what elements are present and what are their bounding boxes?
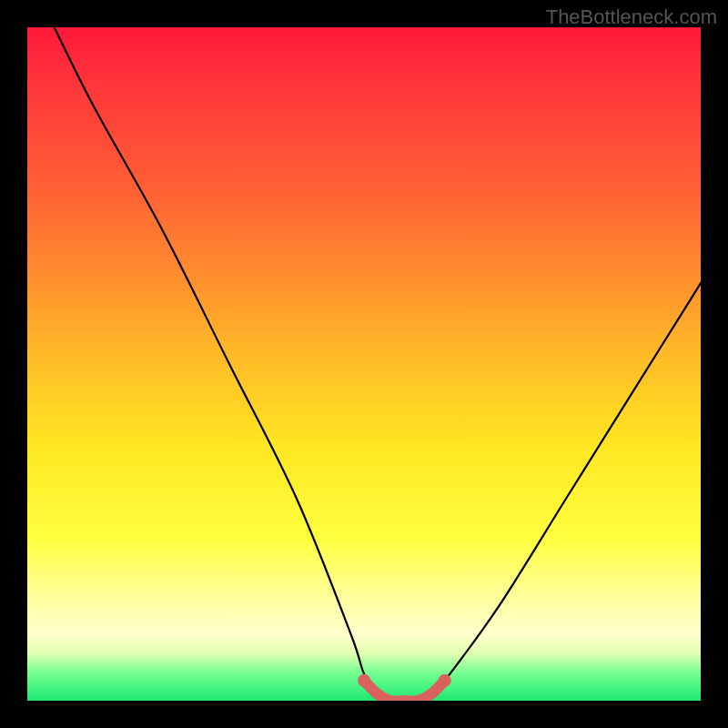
optimal-start-dot xyxy=(358,674,370,687)
optimal-range-marker xyxy=(364,681,445,701)
watermark-text: TheBottleneck.com xyxy=(546,5,717,29)
chart-svg xyxy=(27,27,701,701)
bottleneck-curve xyxy=(55,27,701,701)
chart-plot-area xyxy=(27,27,701,701)
optimal-end-dot xyxy=(439,674,451,687)
chart-frame: TheBottleneck.com xyxy=(0,0,728,728)
